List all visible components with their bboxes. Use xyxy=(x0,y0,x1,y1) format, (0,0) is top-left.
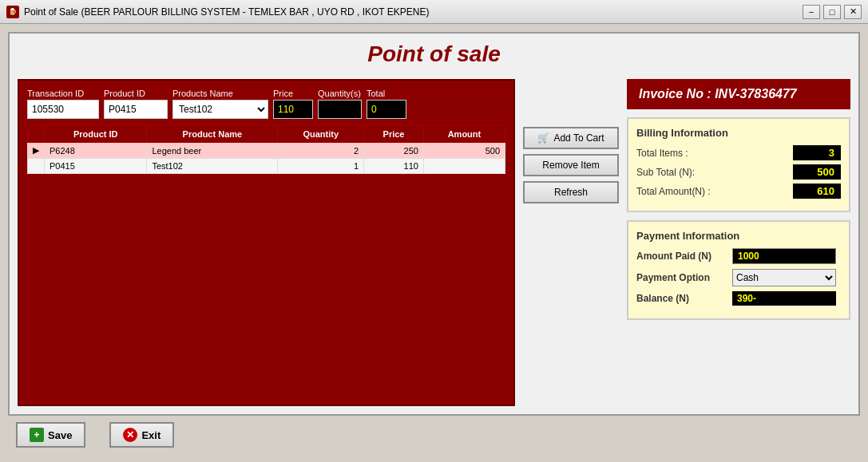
cell-product-id: P6248 xyxy=(45,143,147,159)
exit-label: Exit xyxy=(141,429,161,441)
price-input[interactable] xyxy=(273,100,313,119)
col-amount: Amount xyxy=(423,126,505,143)
table-row[interactable]: P0415 Test102 1 110 xyxy=(28,159,505,174)
invoice-label: Invoice No : xyxy=(639,87,711,101)
cell-product-name: Legend beer xyxy=(147,143,278,159)
price-group: Price xyxy=(273,89,313,119)
payment-option-label: Payment Option xyxy=(636,272,732,283)
exit-button[interactable]: ✕ Exit xyxy=(109,422,174,448)
billing-title: Billing Information xyxy=(636,127,841,139)
col-arrow xyxy=(28,126,45,143)
invoice-number: INV-37836477 xyxy=(715,87,797,101)
table-container: Product ID Product Name Quantity Price A… xyxy=(27,125,505,397)
product-id-group: Product ID xyxy=(104,89,168,119)
add-to-cart-label: Add To Cart xyxy=(553,132,604,144)
balance-value: 390- xyxy=(732,291,836,306)
total-group: Total xyxy=(367,89,406,119)
save-icon: + xyxy=(30,428,44,442)
cart-icon: 🛒 xyxy=(537,132,549,144)
transaction-id-label: Transaction ID xyxy=(27,89,99,98)
total-label: Total xyxy=(367,89,406,98)
total-input[interactable] xyxy=(367,100,406,119)
exit-icon: ✕ xyxy=(123,428,137,442)
product-id-input[interactable] xyxy=(104,100,168,119)
payment-option-row: Payment Option Cash Card Transfer xyxy=(636,269,841,286)
page-title: Point of sale xyxy=(18,41,850,67)
items-table: Product ID Product Name Quantity Price A… xyxy=(27,125,505,174)
refresh-label: Refresh xyxy=(554,187,588,198)
amount-paid-input[interactable] xyxy=(732,248,836,264)
amount-paid-label: Amount Paid (N) xyxy=(636,251,732,262)
transaction-id-input[interactable] xyxy=(27,100,99,119)
content-area: Point of sale Transaction ID Product ID … xyxy=(8,32,860,416)
cell-product-name: Test102 xyxy=(147,159,278,174)
balance-label: Balance (N) xyxy=(636,293,732,304)
billing-subtotal-value: 500 xyxy=(793,164,841,180)
product-name-group: Products Name Test102 Legend beer xyxy=(172,89,268,119)
input-row: Transaction ID Product ID Products Name … xyxy=(27,89,505,119)
quantity-input[interactable] xyxy=(318,100,362,119)
quantity-label: Quantity(s) xyxy=(318,89,362,98)
window-title: Point of Sale (BEER PARLOUR BILLING SYST… xyxy=(24,6,803,18)
bottom-bar: + Save ✕ Exit xyxy=(8,416,860,454)
billing-subtotal-row: Sub Total (N): 500 xyxy=(636,164,841,180)
refresh-button[interactable]: Refresh xyxy=(523,181,619,203)
billing-items-row: Total Items : 3 xyxy=(636,145,841,160)
cell-price: 250 xyxy=(364,143,424,159)
row-indicator xyxy=(28,159,45,174)
cell-quantity: 1 xyxy=(278,159,364,174)
main-window: Point of sale Transaction ID Product ID … xyxy=(0,24,868,462)
table-row[interactable]: ▶ P6248 Legend beer 2 250 500 xyxy=(28,143,505,159)
title-bar: 🍺 Point of Sale (BEER PARLOUR BILLING SY… xyxy=(0,0,868,24)
balance-row: Balance (N) 390- xyxy=(636,291,841,306)
cell-price: 110 xyxy=(364,159,424,174)
payment-option-select[interactable]: Cash Card Transfer xyxy=(732,269,836,286)
payment-box: Payment Information Amount Paid (N) Paym… xyxy=(627,220,850,320)
add-to-cart-button[interactable]: 🛒 Add To Cart xyxy=(523,127,619,149)
middle-section: Transaction ID Product ID Products Name … xyxy=(18,79,850,406)
amount-paid-row: Amount Paid (N) xyxy=(636,248,841,264)
minimize-button[interactable]: − xyxy=(803,5,820,19)
price-label: Price xyxy=(273,89,313,98)
billing-items-value: 3 xyxy=(793,145,841,160)
remove-item-label: Remove Item xyxy=(542,160,599,171)
invoice-header: Invoice No : INV-37836477 xyxy=(627,79,850,109)
billing-box: Billing Information Total Items : 3 Sub … xyxy=(627,117,850,212)
col-product-name: Product Name xyxy=(147,126,278,143)
billing-total-row: Total Amount(N) : 610 xyxy=(636,184,841,199)
cell-amount xyxy=(423,159,505,174)
quantity-group: Quantity(s) xyxy=(318,89,362,119)
col-price: Price xyxy=(364,126,424,143)
transaction-group: Transaction ID xyxy=(27,89,99,119)
cell-product-id: P0415 xyxy=(45,159,147,174)
app-icon: 🍺 xyxy=(6,6,19,18)
cell-amount: 500 xyxy=(423,143,505,159)
billing-total-label: Total Amount(N) : xyxy=(636,186,793,197)
product-id-label: Product ID xyxy=(104,89,168,98)
col-quantity: Quantity xyxy=(278,126,364,143)
right-panel: Invoice No : INV-37836477 Billing Inform… xyxy=(627,79,850,406)
product-name-label: Products Name xyxy=(172,89,268,98)
maximize-button[interactable]: □ xyxy=(823,5,841,19)
cell-quantity: 2 xyxy=(278,143,364,159)
save-label: Save xyxy=(48,429,72,441)
save-button[interactable]: + Save xyxy=(16,422,85,448)
billing-items-label: Total Items : xyxy=(636,148,793,159)
billing-total-value: 610 xyxy=(793,184,841,199)
product-name-select[interactable]: Test102 Legend beer xyxy=(172,100,268,119)
remove-item-button[interactable]: Remove Item xyxy=(523,154,619,176)
action-buttons-panel: 🛒 Add To Cart Remove Item Refresh xyxy=(523,79,619,406)
row-indicator: ▶ xyxy=(28,143,45,159)
payment-title: Payment Information xyxy=(636,230,841,242)
close-button[interactable]: ✕ xyxy=(844,5,862,19)
left-panel: Transaction ID Product ID Products Name … xyxy=(18,79,515,406)
billing-subtotal-label: Sub Total (N): xyxy=(636,167,793,178)
col-product-id: Product ID xyxy=(45,126,147,143)
